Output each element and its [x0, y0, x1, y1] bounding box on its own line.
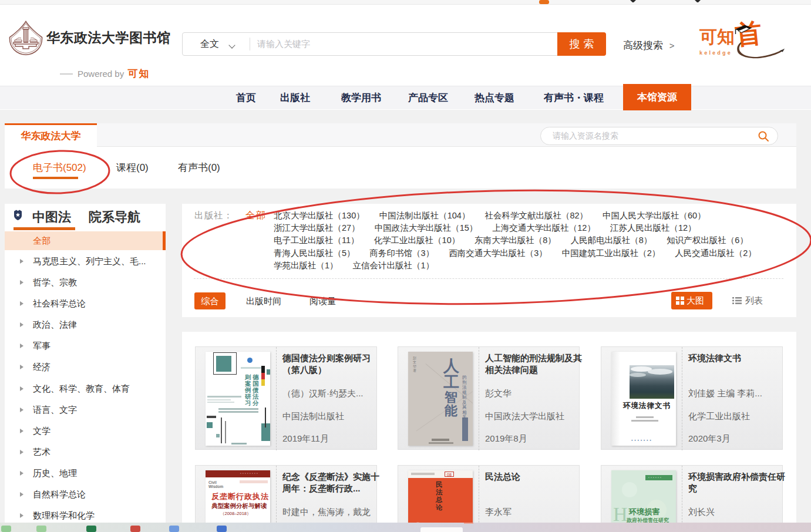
svg-text:可知: 可知 — [699, 27, 735, 46]
svg-text:首: 首 — [734, 18, 763, 50]
svg-text:keledge: keledge — [699, 50, 732, 56]
